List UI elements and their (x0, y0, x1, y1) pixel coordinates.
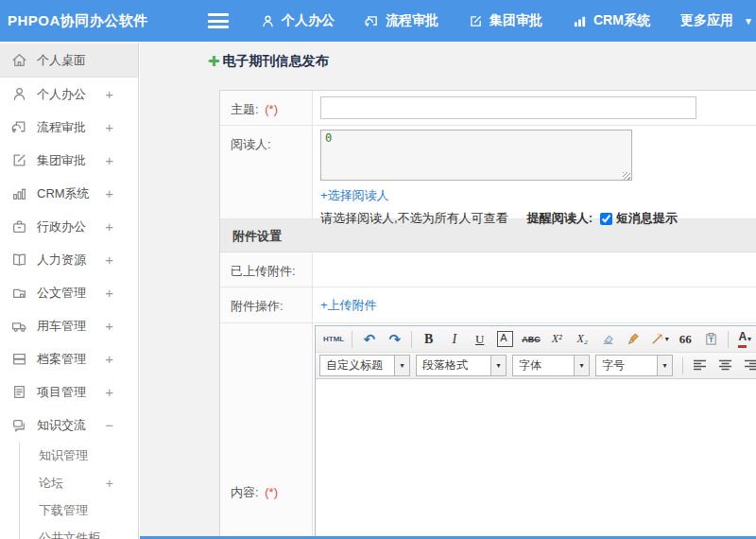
sidebar-item-document-management[interactable]: 公文管理 + (0, 276, 138, 309)
home-icon (11, 52, 27, 68)
sidebar-item-admin-office[interactable]: 行政办公 + (0, 210, 138, 243)
resize-grip-icon[interactable] (623, 172, 630, 180)
italic-button[interactable]: I (442, 328, 466, 350)
font-color-button[interactable]: A▾ (733, 328, 756, 350)
eraser-button[interactable] (596, 328, 620, 350)
expand-toggle[interactable]: + (106, 476, 113, 491)
truck-icon (11, 318, 27, 334)
sidebar-item-label: 项目管理 (37, 384, 86, 401)
sidebar-subitem-download-management[interactable]: 下载管理 (20, 496, 138, 524)
readers-label: 阅读人: (220, 126, 313, 218)
sidebar-item-label: 行政办公 (37, 218, 86, 235)
expand-toggle[interactable]: + (105, 185, 113, 201)
sidebar-subitem-forum[interactable]: 论坛 + (20, 469, 138, 496)
paste-button[interactable]: T (699, 328, 723, 350)
expand-toggle[interactable]: + (105, 152, 113, 168)
project-list-icon (11, 384, 27, 400)
required-mark: (*) (265, 485, 278, 499)
font-size-select[interactable]: 字号 ▾ (595, 355, 673, 376)
rich-text-editor: HTML ↶ ↷ B I U A ABC X² X₂ ▾ (315, 325, 756, 539)
sidebar-item-human-resources[interactable]: 人力资源 + (0, 243, 138, 276)
sms-notify-checkbox[interactable] (600, 213, 612, 225)
chevron-down-icon: ▾ (394, 356, 409, 375)
upload-attachment-link[interactable]: +上传附件 (320, 298, 377, 312)
bold-button[interactable]: B (417, 328, 440, 350)
expand-toggle[interactable]: + (105, 285, 113, 301)
topnav-label: 流程审批 (386, 12, 438, 29)
html-source-button[interactable]: HTML (320, 328, 347, 350)
expand-toggle[interactable]: + (105, 252, 113, 268)
editor-content-area[interactable] (316, 379, 756, 539)
format-brush-button[interactable] (622, 328, 645, 350)
uploaded-attachments-row: 已上传附件: (220, 252, 756, 287)
underline-button[interactable]: U (468, 328, 491, 350)
paragraph-format-select[interactable]: 段落格式 ▾ (416, 355, 507, 376)
sidebar-item-archive-management[interactable]: 档案管理 + (0, 342, 138, 375)
sidebar-item-personal-office[interactable]: 个人办公 + (0, 78, 138, 111)
sidebar-item-label: 知识交流 (37, 417, 86, 434)
topnav-group-approval[interactable]: 集团审批 (469, 12, 542, 29)
chevron-down-icon: ▾ (490, 356, 506, 375)
topnav-workflow-approval[interactable]: 流程审批 (365, 12, 438, 29)
subject-input[interactable] (320, 96, 696, 119)
topnav-crm[interactable]: CRM系统 (573, 12, 650, 29)
sidebar-subitem-knowledge-management[interactable]: 知识管理 (20, 442, 138, 469)
sidebar-item-label: 流程审批 (37, 119, 86, 136)
hamburger-menu-icon[interactable] (208, 13, 229, 28)
toolbar-separator (728, 331, 729, 348)
topnav-more-apps[interactable]: 更多应用 ▼ (680, 12, 753, 29)
sidebar-item-label: 档案管理 (37, 351, 86, 368)
font-style-button[interactable]: A (493, 328, 517, 350)
sidebar-item-project-management[interactable]: 项目管理 + (0, 375, 138, 409)
undo-button[interactable]: ↶ (357, 328, 381, 350)
sidebar-item-group-approval[interactable]: 集团审批 + (0, 144, 138, 177)
expand-toggle[interactable]: + (105, 351, 113, 367)
font-family-select[interactable]: 字体 ▾ (512, 355, 590, 376)
sidebar-subitem-public-file-cabinet[interactable]: 公共文件柜 (20, 524, 138, 539)
expand-toggle[interactable]: + (105, 86, 113, 102)
sidebar-item-personal-desktop[interactable]: 个人桌面 (0, 43, 138, 78)
expand-toggle[interactable]: + (105, 318, 113, 334)
align-center-button[interactable] (713, 355, 737, 376)
strikethrough-button[interactable]: ABC (519, 328, 543, 350)
sidebar-item-crm[interactable]: CRM系统 + (0, 177, 138, 210)
expand-toggle[interactable]: + (105, 384, 113, 400)
book-icon (11, 252, 27, 268)
align-left-button[interactable] (688, 355, 712, 376)
content-label: 内容: (*) (220, 323, 313, 539)
topnav-personal-office[interactable]: 个人办公 (261, 12, 335, 29)
edit-icon (469, 14, 483, 28)
sidebar-item-knowledge-exchange[interactable]: 知识交流 − (0, 409, 138, 442)
select-readers-link[interactable]: +选择阅读人 (320, 187, 389, 204)
sidebar-item-label: 个人办公 (37, 86, 86, 103)
knowledge-exchange-submenu: 知识管理 论坛 + 下载管理 公共文件柜 (19, 442, 138, 539)
remind-readers-label: 提醒阅读人: (527, 210, 593, 227)
readers-textarea[interactable]: 0 (320, 130, 632, 181)
folder-document-icon (11, 285, 27, 301)
blockquote-button[interactable]: 66 (674, 328, 697, 350)
expand-toggle[interactable]: + (105, 119, 113, 135)
heading-select[interactable]: 自定义标题 ▾ (319, 355, 410, 376)
sms-notify-label: 短消息提示 (616, 210, 678, 227)
briefcase-icon (11, 218, 27, 235)
chevron-down-icon: ▾ (657, 356, 672, 375)
sidebar-item-label: CRM系统 (37, 185, 90, 202)
editor-toolbar-row1: HTML ↶ ↷ B I U A ABC X² X₂ ▾ (316, 326, 756, 353)
subscript-button[interactable]: X₂ (571, 328, 594, 350)
uploaded-attachments-label: 已上传附件: (220, 252, 313, 287)
auto-format-wand-button[interactable]: ▾ (647, 328, 672, 350)
app-brand: PHPOA协同办公软件 (0, 12, 187, 30)
bar-chart-icon (11, 185, 27, 201)
redo-button[interactable]: ↷ (383, 328, 406, 350)
sidebar-subitem-label: 论坛 (39, 475, 63, 492)
superscript-button[interactable]: X² (545, 328, 569, 350)
sidebar-item-vehicle-management[interactable]: 用车管理 + (0, 309, 138, 342)
expand-toggle[interactable]: + (105, 218, 113, 235)
sidebar-item-label: 集团审批 (37, 152, 86, 169)
align-right-button[interactable] (739, 355, 756, 376)
sidebar-item-workflow-approval[interactable]: 流程审批 + (0, 111, 138, 144)
green-plus-icon: ✚ (208, 53, 220, 70)
sidebar-item-label: 个人桌面 (37, 52, 86, 69)
toolbar-separator (682, 357, 683, 374)
collapse-toggle[interactable]: − (105, 417, 113, 433)
